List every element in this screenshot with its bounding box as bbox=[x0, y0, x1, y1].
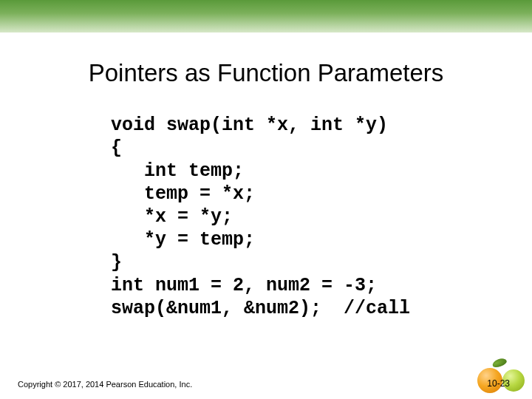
code-line-1: void swap(int *x, int *y) bbox=[111, 115, 388, 136]
code-line-7: } bbox=[111, 252, 122, 273]
code-line-9: swap(&num1, &num2); //call bbox=[111, 298, 410, 319]
slide-title: Pointers as Function Parameters bbox=[0, 59, 532, 87]
top-gradient-band bbox=[0, 0, 532, 33]
slide-number: 10-23 bbox=[487, 378, 510, 389]
fruit-decoration bbox=[474, 359, 526, 395]
code-line-8: int num1 = 2, num2 = -3; bbox=[111, 275, 377, 296]
code-line-2: { bbox=[111, 137, 122, 159]
code-line-5: *x = *y; bbox=[111, 206, 233, 228]
copyright-text: Copyright © 2017, 2014 Pearson Education… bbox=[18, 380, 192, 389]
code-line-4: temp = *x; bbox=[111, 183, 255, 205]
code-line-3: int temp; bbox=[111, 160, 244, 182]
code-line-6: *y = temp; bbox=[111, 229, 255, 250]
code-block: void swap(int *x, int *y) { int temp; te… bbox=[111, 114, 410, 320]
leaf-icon bbox=[491, 357, 508, 369]
